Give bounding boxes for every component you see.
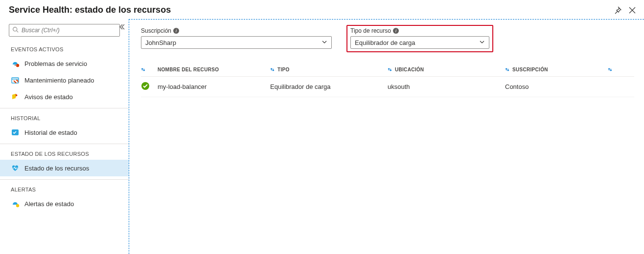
status-ok-icon xyxy=(141,82,150,90)
search-field[interactable] xyxy=(22,27,116,34)
cell-type: Equilibrador de carga xyxy=(270,83,388,90)
page-title: Service Health: estado de los recursos xyxy=(9,5,614,15)
sort-icon[interactable] xyxy=(505,67,509,72)
sort-icon[interactable] xyxy=(388,67,392,72)
chevron-down-icon xyxy=(479,39,485,46)
sidebar-item-health-history[interactable]: Historial de estado xyxy=(0,124,129,141)
resource-type-value: Equilibrador de carga xyxy=(355,39,415,46)
sidebar-item-resource-health[interactable]: Estado de los recursos xyxy=(0,160,129,176)
section-resource-health: ESTADO DE LOS RECURSOS xyxy=(0,148,129,160)
subscription-select[interactable]: JohnSharp xyxy=(141,36,332,49)
sidebar-item-label: Alertas de estado xyxy=(24,200,74,208)
cell-location: uksouth xyxy=(388,83,505,90)
pin-icon[interactable] xyxy=(614,6,621,14)
sort-icon[interactable] xyxy=(608,67,612,72)
sidebar-item-planned-maintenance[interactable]: Mantenimiento planeado xyxy=(0,72,129,88)
sidebar-item-label: Problemas de servicio xyxy=(24,60,87,67)
sidebar-item-health-alerts[interactable]: Alertas de estado xyxy=(0,195,129,212)
sidebar-item-label: Mantenimiento planeado xyxy=(24,77,94,84)
section-active-events: EVENTOS ACTIVOS xyxy=(0,43,129,55)
resource-type-select[interactable]: Equilibrador de carga xyxy=(350,36,489,49)
chevron-down-icon xyxy=(322,39,327,46)
svg-point-1 xyxy=(16,64,19,67)
service-issues-icon xyxy=(11,59,20,68)
col-name[interactable]: NOMBRE DEL RECURSO xyxy=(158,67,270,72)
sidebar: EVENTOS ACTIVOS Problemas de servicio Ma… xyxy=(0,19,129,254)
resources-table: NOMBRE DEL RECURSO TIPO UBICACIÓN SUSCRI… xyxy=(141,63,634,97)
cell-subscription: Contoso xyxy=(505,83,608,90)
info-icon[interactable]: i xyxy=(393,28,399,34)
planned-maintenance-icon xyxy=(11,76,20,85)
info-icon[interactable]: i xyxy=(173,28,179,34)
search-input[interactable] xyxy=(9,24,120,37)
sort-icon[interactable] xyxy=(141,67,145,72)
sidebar-item-label: Estado de los recursos xyxy=(24,165,89,172)
col-type[interactable]: TIPO xyxy=(270,67,388,72)
sidebar-item-health-advisories[interactable]: Avisos de estado xyxy=(0,88,129,105)
health-history-icon xyxy=(11,128,20,137)
resource-type-field: Tipo de recurso i Equilibrador de carga xyxy=(346,25,493,52)
main-content: Suscripción i JohnSharp Tipo de recurso … xyxy=(129,19,644,254)
sidebar-item-label: Avisos de estado xyxy=(24,93,73,101)
col-subscription[interactable]: SUSCRIPCIÓN xyxy=(505,67,608,72)
sort-icon[interactable] xyxy=(270,67,275,72)
sidebar-item-label: Historial de estado xyxy=(24,129,77,136)
col-location[interactable]: UBICACIÓN xyxy=(388,67,505,72)
subscription-label: Suscripción xyxy=(141,27,171,34)
section-alerts: ALERTAS xyxy=(0,184,129,195)
svg-point-4 xyxy=(16,204,19,207)
health-advisories-icon xyxy=(11,92,20,101)
resource-health-icon xyxy=(11,164,20,172)
collapse-icon[interactable] xyxy=(119,24,125,31)
sidebar-item-service-issues[interactable]: Problemas de servicio xyxy=(0,55,129,72)
cell-name: my-load-balancer xyxy=(158,83,270,90)
svg-point-0 xyxy=(13,27,17,31)
close-icon[interactable] xyxy=(628,6,636,14)
blade-header: Service Health: estado de los recursos xyxy=(0,0,644,19)
table-row[interactable]: my-load-balancer Equilibrador de carga u… xyxy=(141,77,634,97)
subscription-field: Suscripción i JohnSharp xyxy=(141,27,332,49)
resource-type-label: Tipo de recurso xyxy=(350,27,391,34)
search-icon xyxy=(12,26,19,34)
section-history: HISTORIAL xyxy=(0,112,129,124)
subscription-value: JohnSharp xyxy=(145,39,176,46)
health-alerts-icon xyxy=(11,199,20,208)
